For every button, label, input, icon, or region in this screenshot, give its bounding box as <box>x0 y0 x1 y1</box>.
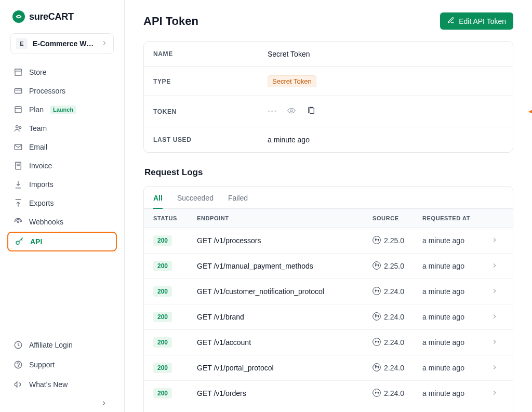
tab-failed[interactable]: Failed <box>228 194 248 208</box>
sidebar-item-label: Processors <box>29 87 65 95</box>
log-source: 2.24.0 <box>373 338 422 348</box>
log-row[interactable]: 200GET /v1/manual_payment_methods2.25.0a… <box>144 254 513 279</box>
reveal-token-button[interactable] <box>285 104 298 118</box>
sidebar-item-plan[interactable]: Plan Launch <box>7 101 117 118</box>
tab-succeeded[interactable]: Succeeded <box>177 194 214 208</box>
sidebar-item-email[interactable]: Email <box>7 138 117 156</box>
col-requested-label: REQUESTED AT <box>422 215 491 221</box>
sidebar-collapse-button[interactable] <box>7 395 117 407</box>
svg-point-14 <box>18 366 19 367</box>
store-name: E-Commerce We… <box>33 39 96 48</box>
sidebar-item-invoice[interactable]: Invoice <box>7 157 117 175</box>
sidebar-item-exports[interactable]: Exports <box>7 194 117 212</box>
logs-table-head: STATUS ENDPOINT SOURCE REQUESTED AT <box>144 209 513 228</box>
token-value-row: TOKEN ••• <box>144 96 513 127</box>
sidebar-item-label: Affiliate Login <box>29 341 73 349</box>
svg-point-15 <box>290 110 292 112</box>
status-badge: 200 <box>153 261 172 271</box>
status-badge: 200 <box>153 286 172 297</box>
brand-name: sureCART <box>29 11 74 22</box>
log-row[interactable]: 200GET /v1/portal_protocol2.24.0a minute… <box>144 355 513 381</box>
main-content: API Token Edit API Token NAME Secret Tok… <box>125 0 532 412</box>
sidebar-item-imports[interactable]: Imports <box>7 176 117 193</box>
status-badge: 200 <box>153 388 172 398</box>
wordpress-icon <box>373 389 381 398</box>
svg-point-22 <box>373 312 381 320</box>
log-row[interactable]: 200GET /v1/brand2.24.0a minute ago <box>144 304 513 330</box>
svg-rect-0 <box>15 89 22 94</box>
chevron-right-icon <box>491 287 503 296</box>
sidebar-item-team[interactable]: Team <box>7 119 117 137</box>
sidebar-item-support[interactable]: Support <box>7 356 117 374</box>
wordpress-icon <box>373 312 381 322</box>
edit-api-token-button[interactable]: Edit API Token <box>440 12 513 30</box>
svg-point-4 <box>16 126 19 128</box>
primary-nav: Store Processors Plan Launch Team Email <box>0 63 124 331</box>
log-endpoint: GET /v1/orders <box>197 389 373 397</box>
sidebar-item-label: Store <box>29 68 46 76</box>
log-row[interactable]: 200GET /v1/customer_notification_protoco… <box>144 279 513 304</box>
sidebar-item-label: Support <box>29 361 55 369</box>
chevron-right-icon <box>491 262 503 271</box>
clipboard-icon <box>307 107 315 115</box>
annotation-arrow-icon <box>528 107 532 116</box>
col-endpoint-label: ENDPOINT <box>197 215 373 221</box>
svg-point-23 <box>373 338 381 345</box>
log-row[interactable]: 200GET /v1/processors2.25.0a minute ago <box>144 228 513 254</box>
team-icon <box>14 124 23 133</box>
eye-icon <box>287 107 296 115</box>
log-requested-at: a minute ago <box>422 236 491 245</box>
launch-badge: Launch <box>50 105 76 114</box>
edit-button-label: Edit API Token <box>459 17 506 25</box>
log-endpoint: GET /v1/customer_notification_protocol <box>197 287 373 296</box>
store-selector[interactable]: E E-Commerce We… <box>10 33 114 54</box>
token-last-used-value: a minute ago <box>268 136 310 144</box>
token-name-row: NAME Secret Token <box>144 42 513 67</box>
svg-point-25 <box>373 389 381 396</box>
token-last-used-row: LAST USED a minute ago <box>144 127 513 152</box>
sidebar: sureCART E E-Commerce We… Store Processo… <box>0 0 125 412</box>
log-row[interactable]: 200GET /v1/account2.24.04 minutes ago <box>144 406 513 412</box>
col-status-label: STATUS <box>153 215 197 221</box>
sidebar-item-affiliate-login[interactable]: Affiliate Login <box>7 336 117 354</box>
log-source: 2.24.0 <box>373 312 422 322</box>
log-requested-at: a minute ago <box>422 287 491 296</box>
log-endpoint: GET /v1/account <box>197 338 373 347</box>
svg-marker-18 <box>528 108 532 115</box>
token-last-used-label: LAST USED <box>153 136 268 143</box>
api-key-icon <box>15 237 24 246</box>
export-icon <box>14 198 23 208</box>
svg-point-24 <box>373 363 381 371</box>
sidebar-item-label: What's New <box>29 380 68 389</box>
sidebar-item-label: API <box>30 237 42 246</box>
credit-card-icon <box>14 86 23 96</box>
sidebar-item-api[interactable]: API <box>7 232 117 251</box>
chevron-right-icon <box>491 236 503 245</box>
log-row[interactable]: 200GET /v1/orders2.24.0a minute ago <box>144 381 513 406</box>
logs-tabs: All Succeeded Failed <box>144 187 513 209</box>
log-row[interactable]: 200GET /v1/account2.24.0a minute ago <box>144 330 513 355</box>
plan-icon <box>14 105 23 114</box>
log-requested-at: a minute ago <box>422 389 491 397</box>
svg-point-5 <box>19 127 21 129</box>
copy-token-button[interactable] <box>305 104 317 118</box>
support-icon <box>14 360 23 369</box>
sidebar-item-webhooks[interactable]: Webhooks <box>7 213 117 231</box>
sidebar-item-label: Email <box>29 143 47 151</box>
chevron-right-icon <box>491 338 503 347</box>
log-source: 2.25.0 <box>373 236 422 246</box>
log-endpoint: GET /v1/processors <box>197 236 373 245</box>
sidebar-item-whats-new[interactable]: What's New <box>7 376 117 393</box>
chevron-right-icon <box>101 39 108 48</box>
svg-point-10 <box>18 221 19 223</box>
brand-logo[interactable]: sureCART <box>0 10 124 33</box>
sidebar-item-store[interactable]: Store <box>7 63 117 81</box>
tab-all[interactable]: All <box>153 194 163 208</box>
token-type-label: TYPE <box>153 78 268 85</box>
svg-rect-2 <box>15 107 21 113</box>
sidebar-item-processors[interactable]: Processors <box>7 82 117 100</box>
store-icon <box>14 68 23 77</box>
webhooks-icon <box>14 217 23 227</box>
pencil-icon <box>447 17 455 25</box>
sidebar-item-label: Exports <box>29 199 54 207</box>
